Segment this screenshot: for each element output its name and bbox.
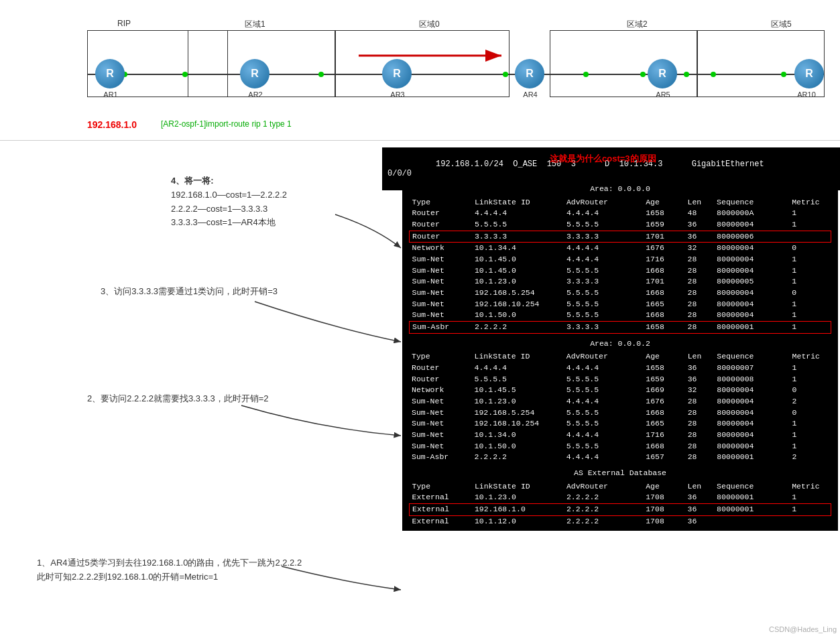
col-adv: AdvRouter xyxy=(564,481,643,493)
dot-11 xyxy=(711,72,716,77)
ann4-title: 4、将一将: xyxy=(171,174,287,188)
col-ls: LinkState ID xyxy=(472,351,564,363)
router-ar10-label: AR10 xyxy=(790,90,823,99)
dot-9 xyxy=(640,72,646,77)
col-met: Metric xyxy=(789,197,831,208)
annotation-2: 2、要访问2.2.2.2就需要找3.3.3.3，此时开销=2 xyxy=(87,392,269,406)
area-label-5: 区域5 xyxy=(771,19,792,30)
table-row: Sum-Net192.168.5.2545.5.5.51668288000000… xyxy=(410,288,831,299)
col-met: Metric xyxy=(790,351,831,363)
table-row: Sum-Net10.1.23.03.3.3.3170128800000051 xyxy=(410,276,831,288)
main-content: 192.168.1.0/24 O_ASE 150 3 D 10.1.34.3 G… xyxy=(0,141,840,636)
area-label-rip: RIP xyxy=(117,19,131,28)
router-ar4 xyxy=(515,59,544,88)
router-ar2-label: AR2 xyxy=(239,90,272,99)
area-label-1: 区域1 xyxy=(245,19,265,30)
router-ar1 xyxy=(95,59,125,88)
table-row: Sum-Net10.1.50.05.5.5.5166828800000041 xyxy=(409,441,831,452)
dot-10 xyxy=(684,72,689,77)
col-ls: LinkState ID xyxy=(472,481,564,493)
watermark: CSDN@Hades_Ling xyxy=(769,625,837,633)
table-row: Network10.1.34.44.4.4.4167632800000040 xyxy=(410,243,831,254)
area-2-header: Area: 0.0.0.2 xyxy=(409,336,831,351)
col-ls: LinkState ID xyxy=(472,197,564,208)
col-adv: AdvRouter xyxy=(564,197,643,208)
table-row: Sum-Asbr2.2.2.24.4.4.4165728800000012 xyxy=(409,452,831,463)
col-type: Type xyxy=(410,197,472,208)
table-row: Sum-Net192.168.10.2545.5.5.5166528800000… xyxy=(410,299,831,310)
lsdb-external-header-row: Type LinkState ID AdvRouter Age Len Sequ… xyxy=(410,481,831,493)
router-ar1-label: AR1 xyxy=(94,90,127,99)
table-row: Sum-Net192.168.10.2545.5.5.5166528800000… xyxy=(409,418,831,430)
table-row: External192.168.1.02.2.2.217083680000001… xyxy=(410,504,831,516)
table-row: Sum-Net10.1.45.04.4.4.4171628800000041 xyxy=(410,254,831,265)
lsdb-area2-header-row: Type LinkState ID AdvRouter Age Len Sequ… xyxy=(409,351,831,363)
area-label-0: 区域0 xyxy=(419,19,440,30)
col-len: Len xyxy=(684,481,714,493)
col-seq: Sequence xyxy=(714,197,789,208)
lsdb-area0-header-row: Type LinkState ID AdvRouter Age Len Sequ… xyxy=(410,197,831,208)
dot-2 xyxy=(182,72,188,77)
lsdb-area0-table: Type LinkState ID AdvRouter Age Len Sequ… xyxy=(409,197,831,334)
dot-4 xyxy=(318,72,324,77)
ann1-line2: 此时可知2.2.2.2到192.168.1.0的开销=Metric=1 xyxy=(37,570,302,584)
col-age: Age xyxy=(643,481,684,493)
cost-reason: 这就是为什么cost=3的原因 xyxy=(550,153,656,165)
col-type: Type xyxy=(409,351,472,363)
table-row: External10.1.12.02.2.2.2170836 xyxy=(410,515,831,527)
cmd-label: [AR2-ospf-1]import-route rip 1 type 1 xyxy=(161,119,292,129)
col-seq: Sequence xyxy=(714,481,789,493)
router-ar2 xyxy=(240,59,269,88)
col-len: Len xyxy=(684,197,714,208)
table-row: Sum-Net10.1.34.04.4.4.4171628800000041 xyxy=(409,430,831,441)
red-arrow xyxy=(355,48,509,63)
annotation-1: 1、AR4通过5类学习到去往192.168.1.0的路由，优先下一跳为2.2.2… xyxy=(37,556,302,584)
router-ar3 xyxy=(382,59,412,88)
annotation-3: 3、访问3.3.3.3需要通过1类访问，此时开销=3 xyxy=(101,285,278,299)
dot-8 xyxy=(583,72,589,77)
dot-6 xyxy=(503,72,508,77)
external-header: AS External Database xyxy=(409,466,831,480)
ann4-line3: 3.3.3.3—cost=1—AR4本地 xyxy=(171,216,287,230)
table-row: Router3.3.3.33.3.3.317013680000006 xyxy=(410,231,831,243)
ip-label: 192.168.1.0 xyxy=(87,119,137,130)
table-row: Sum-Net10.1.50.05.5.5.5166828800000041 xyxy=(410,310,831,321)
ann1-line1: 1、AR4通过5类学习到去往192.168.1.0的路由，优先下一跳为2.2.2… xyxy=(37,556,302,570)
area-box-2 xyxy=(550,30,697,97)
col-age: Age xyxy=(643,197,684,208)
table-row: Router5.5.5.55.5.5.5165936800000041 xyxy=(410,219,831,231)
ann4-line1: 192.168.1.0—cost=1—2.2.2.2 xyxy=(171,188,287,202)
col-type: Type xyxy=(410,481,472,493)
network-diagram: RIP 区域1 区域0 区域2 区域5 AR1 AR2 AR3 AR4 AR5 … xyxy=(0,0,840,141)
lsdb-terminal: Area: 0.0.0.0 Type LinkState ID AdvRoute… xyxy=(402,178,838,531)
lsdb-external-table: Type LinkState ID AdvRouter Age Len Sequ… xyxy=(409,481,831,527)
table-row: Network10.1.45.55.5.5.5166932800000040 xyxy=(409,385,831,396)
router-ar5 xyxy=(648,59,677,88)
table-row: Sum-Net10.1.23.04.4.4.4167628800000042 xyxy=(409,396,831,407)
col-len: Len xyxy=(685,351,715,363)
area-0-header: Area: 0.0.0.0 xyxy=(409,182,831,196)
ann4-line2: 2.2.2.2—cost=1—3.3.3.3 xyxy=(171,202,287,216)
router-ar4-label: AR4 xyxy=(514,90,547,99)
router-ar5-label: AR5 xyxy=(646,90,680,99)
col-adv: AdvRouter xyxy=(564,351,644,363)
annotation-4: 4、将一将: 192.168.1.0—cost=1—2.2.2.2 2.2.2.… xyxy=(171,174,287,230)
lsdb-area2-table: Type LinkState ID AdvRouter Age Len Sequ… xyxy=(409,351,831,463)
col-met: Metric xyxy=(789,481,831,493)
col-seq: Sequence xyxy=(714,351,789,363)
table-row: Sum-Asbr2.2.2.23.3.3.3165828800000011 xyxy=(410,322,831,334)
table-row: Router4.4.4.44.4.4.41658488000000A1 xyxy=(410,208,831,219)
table-row: Router5.5.5.55.5.5.5165936800000081 xyxy=(409,374,831,385)
router-ar10 xyxy=(794,59,824,88)
area-box-0 xyxy=(335,30,509,97)
table-row: Sum-Net10.1.45.05.5.5.5166828800000041 xyxy=(410,265,831,277)
dot-12 xyxy=(781,72,786,77)
ann3-text: 3、访问3.3.3.3需要通过1类访问，此时开销=3 xyxy=(101,286,278,296)
table-row: Router4.4.4.44.4.4.4165836800000071 xyxy=(409,363,831,374)
area-label-2: 区域2 xyxy=(627,19,648,30)
ann2-text: 2、要访问2.2.2.2就需要找3.3.3.3，此时开销=2 xyxy=(87,393,269,403)
router-ar3-label: AR3 xyxy=(381,90,414,99)
table-row: External10.1.23.02.2.2.2170836800000011 xyxy=(410,492,831,503)
col-age: Age xyxy=(643,351,684,363)
table-row: Sum-Net192.168.5.2545.5.5.51668288000000… xyxy=(409,407,831,419)
